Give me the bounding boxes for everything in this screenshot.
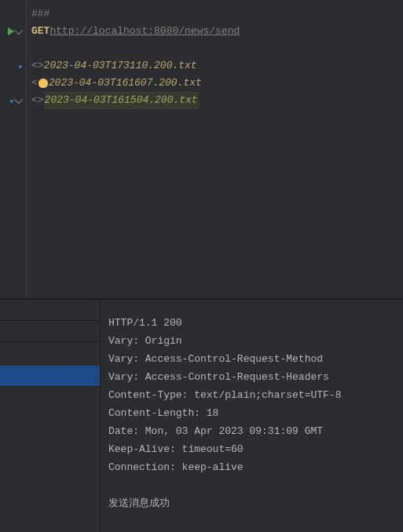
sidebar-tab[interactable] bbox=[0, 321, 100, 342]
history-entry[interactable]: <> 2023-04-03T161504.200.txt bbox=[31, 92, 398, 109]
code-area[interactable]: ### GET http://localhost:8080/news/send … bbox=[27, 0, 403, 298]
history-entry[interactable]: <2023-04-03T161607.200.txt bbox=[31, 75, 398, 92]
sidebar-tab-selected[interactable] bbox=[0, 366, 100, 387]
action-icon[interactable]: ✦ bbox=[9, 96, 14, 106]
bulb-icon[interactable] bbox=[38, 78, 48, 88]
history-marker: <> bbox=[31, 57, 44, 75]
http-method: GET bbox=[31, 23, 49, 40]
history-filename[interactable]: 2023-04-03T161607.200.txt bbox=[49, 75, 202, 92]
history-filename[interactable]: 2023-04-03T173110.200.txt bbox=[44, 57, 197, 75]
fold-icon[interactable] bbox=[14, 26, 23, 35]
request-line[interactable]: GET http://localhost:8080/news/send bbox=[31, 23, 398, 40]
response-panel: HTTP/1.1 200 Vary: Origin Vary: Access-C… bbox=[0, 298, 403, 532]
history-filename[interactable]: 2023-04-03T161504.200.txt bbox=[44, 92, 199, 109]
editor-pane: ✦ ✦ ### GET http://localhost:8080/news/s… bbox=[0, 0, 403, 298]
gutter-run-row[interactable] bbox=[0, 23, 26, 40]
run-icon[interactable] bbox=[8, 27, 14, 35]
request-separator: ### bbox=[31, 5, 49, 23]
request-url[interactable]: http://localhost:8080/news/send bbox=[49, 23, 240, 40]
history-marker: < bbox=[31, 75, 38, 92]
action-icon[interactable]: ✦ bbox=[17, 61, 23, 71]
fold-icon[interactable] bbox=[14, 95, 23, 104]
response-sidebar bbox=[0, 300, 101, 532]
editor-gutter: ✦ ✦ bbox=[0, 0, 27, 298]
sidebar-tab[interactable] bbox=[0, 300, 100, 321]
history-entry[interactable]: <> 2023-04-03T173110.200.txt bbox=[31, 57, 398, 75]
history-marker: <> bbox=[31, 92, 44, 109]
response-body[interactable]: HTTP/1.1 200 Vary: Origin Vary: Access-C… bbox=[101, 300, 403, 532]
